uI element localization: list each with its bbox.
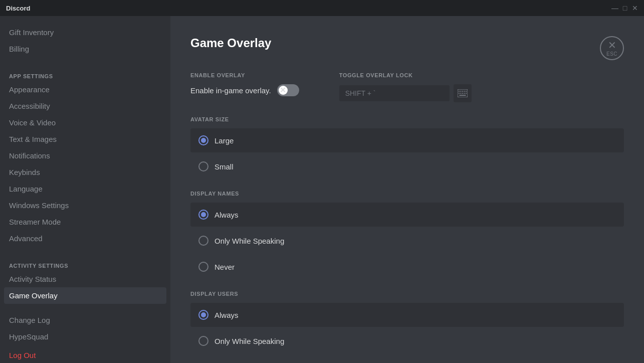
sidebar-item-windows-settings[interactable]: Windows Settings (4, 197, 166, 214)
radio-label-always-users: Always (214, 311, 239, 319)
display-users-group: Always Only While Speaking (190, 303, 624, 353)
maximize-button[interactable]: □ (622, 5, 628, 11)
svg-rect-2 (460, 91, 461, 92)
svg-rect-4 (464, 91, 465, 92)
sidebar-item-label: Change Log (9, 316, 50, 324)
keyboard-icon (458, 89, 468, 97)
radio-circle-only-while-speaking (198, 236, 208, 246)
sidebar-item-label: Appearance (9, 85, 50, 94)
radio-label-always: Always (214, 211, 239, 219)
enable-overlay-toggle[interactable]: ✕ (277, 84, 299, 96)
content-header: Game Overlay ✕ ESC (190, 36, 624, 60)
sidebar-item-keybinds[interactable]: Keybinds (4, 164, 166, 180)
sidebar-item-appearance[interactable]: Appearance (4, 81, 166, 98)
svg-rect-3 (462, 91, 463, 92)
keybind-row (339, 84, 472, 102)
radio-label-only-while-speaking: Only While Speaking (214, 237, 284, 245)
keybind-keyboard-button[interactable] (454, 84, 472, 102)
sidebar-item-label: Notifications (9, 151, 50, 160)
sidebar-item-label: Activity Status (9, 275, 56, 283)
sidebar-item-activity-status[interactable]: Activity Status (4, 271, 166, 287)
toggle-knob: ✕ (279, 86, 288, 95)
sidebar-item-accessibility[interactable]: Accessibility (4, 98, 166, 114)
radio-option-large[interactable]: Large (190, 128, 624, 152)
enable-overlay-col: ENABLE OVERLAY Enable in-game overlay. ✕ (190, 72, 299, 102)
sidebar-item-label: Language (9, 185, 43, 193)
sidebar-item-streamer-mode[interactable]: Streamer Mode (4, 214, 166, 230)
sidebar-item-language[interactable]: Language (4, 180, 166, 197)
sidebar-item-label: Game Overlay (9, 291, 58, 300)
sidebar-item-logout[interactable]: Log Out (4, 347, 166, 363)
radio-option-always-users[interactable]: Always (190, 303, 624, 327)
sidebar-item-label: Accessibility (9, 102, 50, 110)
keybind-input[interactable] (339, 85, 450, 101)
radio-label-large: Large (214, 136, 234, 145)
minimize-button[interactable]: — (612, 5, 618, 11)
radio-label-only-while-speaking-users: Only While Speaking (214, 337, 284, 345)
radio-circle-always-users (198, 310, 208, 320)
content-area: Game Overlay ✕ ESC ENABLE OVERLAY Enable… (170, 16, 644, 363)
activity-settings-label: ACTIVITY SETTINGS (4, 255, 166, 271)
svg-rect-7 (460, 93, 461, 94)
sidebar-item-advanced[interactable]: Advanced (4, 230, 166, 247)
radio-option-small[interactable]: Small (190, 154, 624, 178)
avatar-size-label: AVATAR SIZE (190, 116, 624, 122)
radio-circle-only-while-speaking-users (198, 336, 208, 346)
radio-circle-large (198, 135, 208, 145)
toggle-overlay-lock-label: TOGGLE OVERLAY LOCK (339, 72, 472, 78)
display-users-label: DISPLAY USERS (190, 291, 624, 297)
close-esc-label: ESC (606, 51, 617, 57)
display-names-label: DISPLAY NAMES (190, 191, 624, 197)
app-settings-label: APP SETTINGS (4, 65, 166, 81)
radio-option-never[interactable]: Never (190, 255, 624, 279)
sidebar-item-label: HypeSquad (9, 332, 48, 341)
radio-option-always[interactable]: Always (190, 203, 624, 227)
sidebar-item-hypesquad[interactable]: HypeSquad (4, 328, 166, 345)
sidebar-item-game-overlay[interactable]: Game Overlay (4, 287, 166, 304)
svg-rect-6 (459, 93, 460, 94)
radio-label-small: Small (214, 162, 234, 171)
svg-rect-1 (459, 91, 460, 92)
logout-label: Log Out (9, 351, 36, 359)
sidebar-item-notifications[interactable]: Notifications (4, 147, 166, 164)
enable-overlay-control: Enable in-game overlay. ✕ (190, 84, 299, 96)
avatar-size-group: Large Small (190, 128, 624, 178)
titlebar: Discord — □ ✕ (0, 0, 644, 16)
sidebar-item-label: Streamer Mode (9, 218, 61, 226)
sidebar-item-label: Advanced (9, 234, 43, 243)
svg-rect-10 (466, 93, 467, 94)
sidebar-item-change-log[interactable]: Change Log (4, 312, 166, 328)
close-icon: ✕ (608, 40, 616, 50)
svg-rect-8 (462, 93, 463, 94)
svg-rect-11 (459, 95, 466, 96)
window-controls: — □ ✕ (612, 5, 638, 11)
radio-circle-always (198, 210, 208, 220)
radio-circle-small (198, 161, 208, 171)
close-button[interactable]: ✕ ESC (600, 36, 624, 60)
sidebar-item-label: Gift Inventory (9, 28, 54, 37)
sidebar-item-text-images[interactable]: Text & Images (4, 131, 166, 147)
sidebar-item-label: Billing (9, 45, 29, 53)
sidebar-item-gift-inventory[interactable]: Gift Inventory (4, 24, 166, 41)
sidebar-item-label: Voice & Video (9, 118, 56, 127)
sidebar-item-label: Keybinds (9, 168, 40, 176)
sidebar-item-label: Text & Images (9, 135, 57, 143)
window-close-button[interactable]: ✕ (632, 5, 638, 11)
app-title: Discord (6, 5, 30, 12)
sidebar-item-billing[interactable]: Billing (4, 41, 166, 57)
page-title: Game Overlay (190, 36, 271, 50)
overlay-controls-row: ENABLE OVERLAY Enable in-game overlay. ✕… (190, 72, 624, 102)
radio-option-only-while-speaking-users[interactable]: Only While Speaking (190, 329, 624, 353)
svg-rect-5 (466, 91, 467, 92)
toggle-overlay-lock-col: TOGGLE OVERLAY LOCK (339, 72, 472, 102)
enable-overlay-label: ENABLE OVERLAY (190, 72, 299, 78)
app-body: Gift Inventory Billing APP SETTINGS Appe… (0, 16, 644, 363)
toggle-x-icon: ✕ (280, 86, 286, 95)
sidebar-item-voice-video[interactable]: Voice & Video (4, 114, 166, 131)
sidebar-item-label: Windows Settings (9, 201, 69, 210)
enable-in-game-text: Enable in-game overlay. (190, 86, 271, 95)
radio-option-only-while-speaking[interactable]: Only While Speaking (190, 229, 624, 253)
svg-rect-9 (464, 93, 465, 94)
display-names-group: Always Only While Speaking Never (190, 203, 624, 279)
radio-label-never: Never (214, 263, 235, 271)
